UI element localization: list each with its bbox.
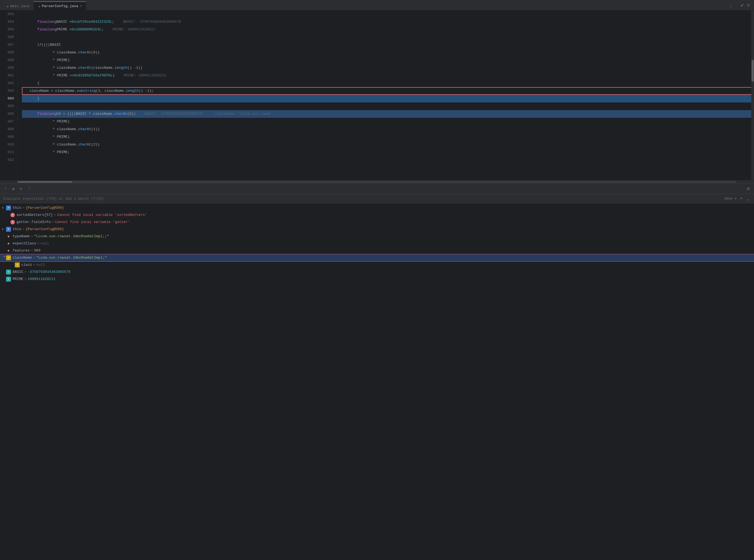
code-content[interactable]: final long BASIC = 0xcbf29ce484222325L ;… bbox=[18, 11, 754, 180]
line-num-897: 897 bbox=[0, 41, 14, 49]
debug-variables-panel: ▶ ∞ this = {ParserConfig@589} ! sortedGe… bbox=[0, 203, 754, 560]
line-num-893: 893 bbox=[0, 11, 14, 18]
code-line-909: * PRIME) bbox=[22, 133, 754, 141]
var-equals-clazz: = bbox=[33, 261, 35, 268]
code-line-895: final long PRIME = 0x100000001b3L ; PRIM… bbox=[22, 26, 754, 34]
tab-main-icon: ☕ bbox=[6, 4, 8, 8]
line-num-904: 904 bbox=[0, 95, 14, 102]
debug-step-out-icon[interactable]: ↑ bbox=[3, 186, 8, 192]
line-num-912: 912 bbox=[0, 156, 14, 164]
code-line-897: if ((((BASIC bbox=[22, 41, 754, 49]
var-value-basic: -3750763034362895579 bbox=[28, 268, 71, 276]
var-name-basic: BASIC bbox=[13, 268, 23, 276]
debug-edit-icon[interactable]: ✎ bbox=[18, 185, 23, 192]
tab-bar-menu[interactable]: ⋮ ✓ ⊞ bbox=[728, 2, 752, 8]
editor-scrollbar-vertical[interactable] bbox=[751, 11, 754, 180]
debug-var-this-1[interactable]: ▶ ∞ this = {ParserConfig@589} bbox=[0, 204, 754, 212]
debug-var-this-2[interactable]: ▶ ∞ this = {ParserConfig@589} bbox=[0, 226, 754, 233]
code-line-903: className = className. substring ( 1 , c… bbox=[22, 87, 754, 95]
debug-906: BASIC: -3750763034362895579 className: "… bbox=[144, 110, 271, 118]
code-line-912 bbox=[22, 156, 754, 164]
line-numbers: 893 894 895 896 897 898 899 900 901 902 … bbox=[0, 11, 18, 180]
error-icon-getter: ! bbox=[11, 220, 15, 224]
var-name-prime: PRIME bbox=[13, 276, 23, 283]
line-num-910: 910 bbox=[0, 141, 14, 148]
hex-prime: 0x100000001b3L bbox=[72, 26, 101, 34]
status-check-icon: ✓ bbox=[741, 2, 744, 8]
line-num-901: 901 bbox=[0, 72, 14, 79]
expand-arrow-clazz bbox=[11, 261, 15, 268]
main-layout: ☕ main.java ☕ ParserConfig.java ✕ ⋮ ✓ ⊞ … bbox=[0, 0, 754, 560]
tab-parserconfig[interactable]: ☕ ParserConfig.java ✕ bbox=[34, 1, 86, 10]
debug-var-clazz[interactable]: ≡ clazz = null bbox=[0, 261, 754, 268]
var-name-expectclass: expectClass bbox=[13, 240, 36, 247]
debug-var-basic[interactable]: ≡ BASIC = -3750763034362895579 bbox=[0, 268, 754, 276]
debug-panel-settings-icon[interactable]: ⊟ bbox=[746, 185, 751, 192]
var-equals-expectclass: = bbox=[37, 240, 39, 247]
var-value-getter: Cannot find local variable 'getter' bbox=[55, 219, 130, 226]
code-line-907: * PRIME) bbox=[22, 118, 754, 125]
debug-prime-value: PRIME: 1099511628211 bbox=[112, 26, 155, 34]
debug-input-placeholder: Evaluate expression (⌥F8) or add a watch… bbox=[3, 196, 104, 201]
debug-var-typename[interactable]: ● typeName = "LLcom.sun.rowset.JdbcRowSe… bbox=[0, 233, 754, 240]
tab-main[interactable]: ☕ main.java bbox=[2, 1, 34, 10]
expand-arrow-getter bbox=[6, 219, 11, 226]
debug-more-icon[interactable]: ⋮ bbox=[26, 185, 33, 192]
var-icon-prime: ≡ bbox=[6, 277, 11, 282]
var-equals-getter: = bbox=[52, 219, 54, 226]
debug-var-expectclass[interactable]: ● expectClass = null bbox=[0, 240, 754, 247]
expand-arrow-prime bbox=[2, 276, 6, 283]
var-equals-typename: = bbox=[31, 233, 33, 240]
expand-arrow-this-1: ▶ bbox=[2, 204, 6, 212]
debug-settings-icon[interactable]: ⌄ bbox=[746, 195, 751, 202]
var-value-features: 989 bbox=[34, 247, 40, 254]
editor-area[interactable]: 893 894 895 896 897 898 899 900 901 902 … bbox=[0, 11, 754, 180]
debug-input-right: Java ▾ + ⌄ bbox=[724, 195, 751, 202]
debug-add-watch-icon[interactable]: + bbox=[739, 196, 744, 202]
code-line-896 bbox=[22, 34, 754, 41]
debug-var-prime[interactable]: ≡ PRIME = 1099511628211 bbox=[0, 276, 754, 283]
debug-toolbar: ↑ ↺ ✎ ⋮ ⊟ bbox=[0, 184, 754, 194]
kw-final-894: final bbox=[37, 18, 48, 26]
var-equals-prime: = bbox=[24, 276, 26, 283]
debug-basic-value: BASIC: -3750763034362895579 bbox=[123, 18, 181, 26]
expand-arrow-features bbox=[2, 247, 6, 254]
var-name-classname: className bbox=[13, 254, 32, 261]
editor-scrollbar-horizontal[interactable] bbox=[0, 180, 754, 184]
expand-arrow-sorted bbox=[6, 212, 11, 219]
tab-bar-more-icon: ⋮ bbox=[728, 2, 733, 8]
debug-lang-label: Java bbox=[724, 196, 732, 201]
debug-input-bar[interactable]: Evaluate expression (⌥F8) or add a watch… bbox=[0, 194, 754, 203]
line-num-900: 900 bbox=[0, 64, 14, 72]
var-equals-1: = bbox=[22, 204, 24, 212]
var-name-this-1: this bbox=[13, 204, 21, 212]
error-icon-sorted: ! bbox=[11, 213, 15, 217]
debug-lang-chevron: ▾ bbox=[735, 196, 737, 201]
editor-wrapper: 893 894 895 896 897 898 899 900 901 902 … bbox=[0, 11, 754, 184]
toolbar-left: ↑ ↺ ✎ ⋮ bbox=[3, 185, 33, 192]
var-value-classname: "Lcom.sun.rowset.JdbcRowSetImpl;" bbox=[36, 254, 107, 261]
code-line-894: final long BASIC = 0xcbf29ce484222325L ;… bbox=[22, 18, 754, 26]
debug-var-classname[interactable]: ▶ ≡ className = "Lcom.sun.rowset.JdbcRow… bbox=[0, 254, 754, 261]
var-equals-this-2: = bbox=[22, 226, 24, 233]
var-value-this-1: {ParserConfig@589} bbox=[25, 204, 64, 212]
tab-main-label: main.java bbox=[10, 4, 29, 8]
code-line-908: ^ className. charAt ( 1 )) bbox=[22, 125, 754, 133]
debug-restart-icon[interactable]: ↺ bbox=[11, 185, 16, 192]
debug-var-sorted-getters[interactable]: ! sortedGetters[57] = Cannot find local … bbox=[0, 212, 754, 219]
code-line-910: ^ className. charAt ( 2 )) bbox=[22, 141, 754, 148]
var-equals-sorted: = bbox=[54, 212, 56, 219]
line-num-903: 903 bbox=[0, 87, 14, 95]
var-value-expectclass: null bbox=[41, 240, 49, 247]
tab-parserconfig-close[interactable]: ✕ bbox=[80, 5, 82, 8]
var-value-prime: 1099511628211 bbox=[28, 276, 55, 283]
var-icon-expectclass: ● bbox=[6, 241, 11, 246]
code-line-906: final long h3 = ((((BASIC ^ className. c… bbox=[22, 110, 754, 118]
var-equals-features: = bbox=[31, 247, 33, 254]
var-name-getter: getter.fieldInfo bbox=[17, 219, 51, 226]
toolbar-right: ⊟ bbox=[746, 185, 751, 192]
line-num-906: 906 bbox=[0, 110, 14, 118]
debug-var-features[interactable]: ● features = 989 bbox=[0, 247, 754, 254]
debug-var-getter-fieldinfo[interactable]: ! getter.fieldInfo = Cannot find local v… bbox=[0, 219, 754, 226]
code-line-902: { bbox=[22, 79, 754, 87]
